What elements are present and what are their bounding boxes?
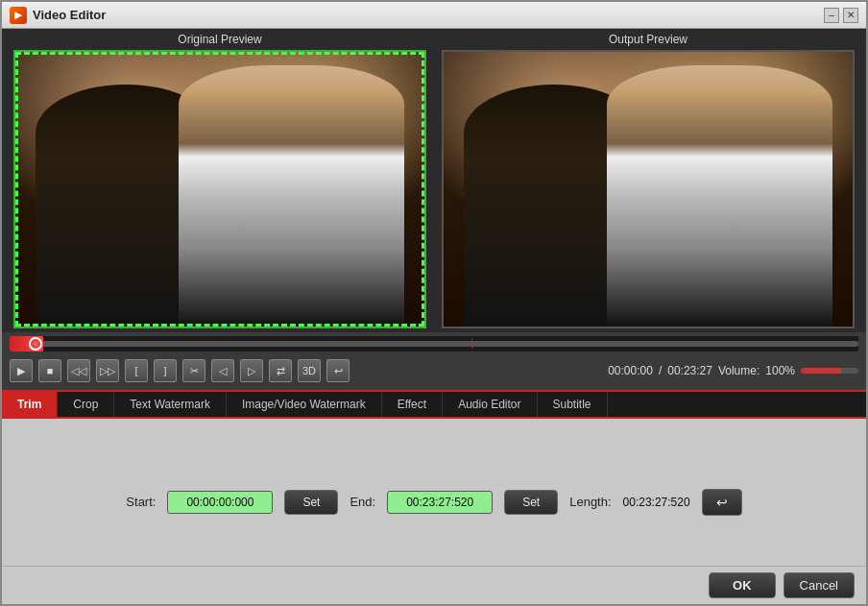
- preview-area: Original Preview Output Preview: [2, 29, 866, 332]
- set-end-button[interactable]: Set: [504, 490, 558, 515]
- mark-in-button[interactable]: [: [125, 359, 148, 382]
- tab-audio-editor[interactable]: Audio Editor: [443, 392, 537, 417]
- window-title: Video Editor: [33, 8, 824, 22]
- set-start-button[interactable]: Set: [284, 490, 338, 515]
- window-controls: – ✕: [824, 8, 858, 23]
- app-icon: ▶: [10, 7, 27, 24]
- tab-text-watermark[interactable]: Text Watermark: [114, 392, 227, 417]
- ok-button[interactable]: OK: [709, 572, 776, 598]
- tab-effect[interactable]: Effect: [382, 392, 443, 417]
- tab-bar: Trim Crop Text Watermark Image/Video Wat…: [2, 390, 866, 419]
- end-label: End:: [350, 495, 375, 509]
- output-video-scene: [444, 52, 853, 327]
- output-preview-video: [442, 50, 855, 328]
- original-preview-panel: Original Preview: [10, 33, 430, 328]
- trim-row: Start: Set End: Set Length: 00:23:27:520…: [10, 489, 858, 516]
- mark-out-button[interactable]: ]: [154, 359, 177, 382]
- end-time-input[interactable]: [387, 491, 493, 514]
- progress-wrapper: ↓: [10, 336, 858, 355]
- position-arrow: ↓: [468, 332, 476, 352]
- original-preview-label: Original Preview: [178, 33, 261, 46]
- next-frame-button[interactable]: ▷: [240, 359, 263, 382]
- minimize-button[interactable]: –: [824, 8, 839, 23]
- video-editor-window: ▶ Video Editor – ✕ Original Preview Outp…: [0, 0, 868, 606]
- tab-subtitle[interactable]: Subtitle: [538, 392, 608, 417]
- original-video-scene: [15, 52, 424, 327]
- play-button[interactable]: ▶: [10, 359, 33, 382]
- stop-button[interactable]: ■: [38, 359, 61, 382]
- start-label: Start:: [126, 495, 156, 509]
- cancel-button[interactable]: Cancel: [784, 572, 855, 598]
- start-time-input[interactable]: [167, 491, 273, 514]
- total-time: 00:23:27: [667, 364, 712, 377]
- time-display: 00:00:00 / 00:23:27 Volume: 100%: [608, 364, 858, 377]
- output-person-right: [607, 65, 832, 327]
- mirror-button[interactable]: ⇄: [269, 359, 292, 382]
- trim-content: Start: Set End: Set Length: 00:23:27:520…: [10, 426, 858, 558]
- volume-value: 100%: [765, 364, 795, 377]
- step-fwd-button[interactable]: ▷▷: [96, 359, 119, 382]
- tab-crop[interactable]: Crop: [58, 392, 114, 417]
- original-preview-video: [13, 50, 426, 328]
- tab-trim[interactable]: Trim: [2, 392, 58, 417]
- effect-3d-button[interactable]: 3D: [298, 359, 321, 382]
- title-bar: ▶ Video Editor – ✕: [2, 2, 866, 29]
- undo-button[interactable]: ↩: [326, 359, 350, 382]
- timeline-area: ↓ ▶ ■ ◁◁ ▷▷ [ ] ✂ ◁ ▷ ⇄ 3D ↩ 00:00:00 / …: [2, 332, 866, 390]
- progress-bar[interactable]: ↓: [10, 336, 858, 351]
- prev-frame-button[interactable]: ◁: [211, 359, 234, 382]
- close-button[interactable]: ✕: [843, 8, 858, 23]
- current-time: 00:00:00: [608, 364, 653, 377]
- progress-thumb[interactable]: [29, 337, 42, 351]
- length-value: 00:23:27:520: [623, 496, 690, 509]
- volume-label: Volume:: [718, 364, 760, 377]
- progress-track: [10, 341, 858, 347]
- step-back-button[interactable]: ◁◁: [67, 359, 90, 382]
- output-preview-panel: Output Preview: [438, 33, 858, 328]
- length-label: Length:: [569, 495, 611, 509]
- tab-image-video-watermark[interactable]: Image/Video Watermark: [227, 392, 382, 417]
- cut-button[interactable]: ✂: [182, 359, 205, 382]
- bottom-bar: OK Cancel: [2, 566, 866, 604]
- output-preview-label: Output Preview: [609, 33, 687, 46]
- person-right: [179, 65, 403, 327]
- main-content: Start: Set End: Set Length: 00:23:27:520…: [2, 419, 866, 566]
- volume-slider[interactable]: [801, 368, 858, 374]
- reset-button[interactable]: ↩: [702, 489, 742, 516]
- controls-row: ▶ ■ ◁◁ ▷▷ [ ] ✂ ◁ ▷ ⇄ 3D ↩ 00:00:00 / 00…: [10, 355, 858, 386]
- time-separator: /: [659, 364, 662, 377]
